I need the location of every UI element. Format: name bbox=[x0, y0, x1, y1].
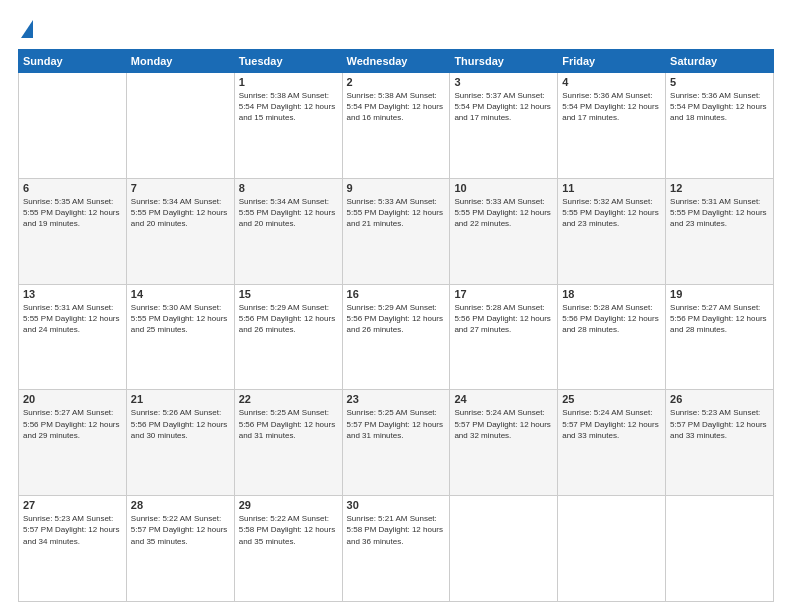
day-number: 9 bbox=[347, 182, 446, 194]
calendar-cell: 7Sunrise: 5:34 AM Sunset: 5:55 PM Daylig… bbox=[126, 178, 234, 284]
calendar-header-wednesday: Wednesday bbox=[342, 50, 450, 73]
day-info: Sunrise: 5:25 AM Sunset: 5:57 PM Dayligh… bbox=[347, 407, 446, 441]
day-number: 24 bbox=[454, 393, 553, 405]
day-number: 13 bbox=[23, 288, 122, 300]
day-number: 25 bbox=[562, 393, 661, 405]
day-info: Sunrise: 5:33 AM Sunset: 5:55 PM Dayligh… bbox=[347, 196, 446, 230]
calendar-cell: 16Sunrise: 5:29 AM Sunset: 5:56 PM Dayli… bbox=[342, 284, 450, 390]
calendar-cell: 28Sunrise: 5:22 AM Sunset: 5:57 PM Dayli… bbox=[126, 496, 234, 602]
calendar-cell: 25Sunrise: 5:24 AM Sunset: 5:57 PM Dayli… bbox=[558, 390, 666, 496]
day-info: Sunrise: 5:28 AM Sunset: 5:56 PM Dayligh… bbox=[562, 302, 661, 336]
calendar-cell: 1Sunrise: 5:38 AM Sunset: 5:54 PM Daylig… bbox=[234, 73, 342, 179]
calendar-cell: 20Sunrise: 5:27 AM Sunset: 5:56 PM Dayli… bbox=[19, 390, 127, 496]
calendar-cell: 4Sunrise: 5:36 AM Sunset: 5:54 PM Daylig… bbox=[558, 73, 666, 179]
header bbox=[18, 18, 774, 39]
day-info: Sunrise: 5:31 AM Sunset: 5:55 PM Dayligh… bbox=[670, 196, 769, 230]
calendar-cell: 5Sunrise: 5:36 AM Sunset: 5:54 PM Daylig… bbox=[666, 73, 774, 179]
calendar-cell: 22Sunrise: 5:25 AM Sunset: 5:56 PM Dayli… bbox=[234, 390, 342, 496]
day-number: 30 bbox=[347, 499, 446, 511]
day-info: Sunrise: 5:34 AM Sunset: 5:55 PM Dayligh… bbox=[239, 196, 338, 230]
day-number: 26 bbox=[670, 393, 769, 405]
day-info: Sunrise: 5:28 AM Sunset: 5:56 PM Dayligh… bbox=[454, 302, 553, 336]
calendar-cell bbox=[666, 496, 774, 602]
calendar-week-row: 1Sunrise: 5:38 AM Sunset: 5:54 PM Daylig… bbox=[19, 73, 774, 179]
calendar-cell: 24Sunrise: 5:24 AM Sunset: 5:57 PM Dayli… bbox=[450, 390, 558, 496]
day-number: 2 bbox=[347, 76, 446, 88]
day-info: Sunrise: 5:32 AM Sunset: 5:55 PM Dayligh… bbox=[562, 196, 661, 230]
day-info: Sunrise: 5:22 AM Sunset: 5:57 PM Dayligh… bbox=[131, 513, 230, 547]
day-number: 6 bbox=[23, 182, 122, 194]
day-info: Sunrise: 5:24 AM Sunset: 5:57 PM Dayligh… bbox=[454, 407, 553, 441]
day-number: 18 bbox=[562, 288, 661, 300]
calendar-header-row: SundayMondayTuesdayWednesdayThursdayFrid… bbox=[19, 50, 774, 73]
calendar-cell: 18Sunrise: 5:28 AM Sunset: 5:56 PM Dayli… bbox=[558, 284, 666, 390]
calendar-cell bbox=[19, 73, 127, 179]
day-info: Sunrise: 5:35 AM Sunset: 5:55 PM Dayligh… bbox=[23, 196, 122, 230]
calendar-table: SundayMondayTuesdayWednesdayThursdayFrid… bbox=[18, 49, 774, 602]
day-number: 29 bbox=[239, 499, 338, 511]
calendar-header-saturday: Saturday bbox=[666, 50, 774, 73]
day-number: 16 bbox=[347, 288, 446, 300]
calendar-week-row: 6Sunrise: 5:35 AM Sunset: 5:55 PM Daylig… bbox=[19, 178, 774, 284]
day-info: Sunrise: 5:22 AM Sunset: 5:58 PM Dayligh… bbox=[239, 513, 338, 547]
day-number: 11 bbox=[562, 182, 661, 194]
calendar-cell: 10Sunrise: 5:33 AM Sunset: 5:55 PM Dayli… bbox=[450, 178, 558, 284]
calendar-cell bbox=[558, 496, 666, 602]
calendar-header-friday: Friday bbox=[558, 50, 666, 73]
logo-triangle-icon bbox=[21, 20, 33, 38]
day-info: Sunrise: 5:29 AM Sunset: 5:56 PM Dayligh… bbox=[239, 302, 338, 336]
calendar-header-monday: Monday bbox=[126, 50, 234, 73]
day-number: 21 bbox=[131, 393, 230, 405]
day-number: 7 bbox=[131, 182, 230, 194]
calendar-cell: 23Sunrise: 5:25 AM Sunset: 5:57 PM Dayli… bbox=[342, 390, 450, 496]
calendar-week-row: 27Sunrise: 5:23 AM Sunset: 5:57 PM Dayli… bbox=[19, 496, 774, 602]
day-number: 1 bbox=[239, 76, 338, 88]
calendar-cell: 13Sunrise: 5:31 AM Sunset: 5:55 PM Dayli… bbox=[19, 284, 127, 390]
day-number: 19 bbox=[670, 288, 769, 300]
day-info: Sunrise: 5:26 AM Sunset: 5:56 PM Dayligh… bbox=[131, 407, 230, 441]
calendar-cell: 6Sunrise: 5:35 AM Sunset: 5:55 PM Daylig… bbox=[19, 178, 127, 284]
calendar-cell: 27Sunrise: 5:23 AM Sunset: 5:57 PM Dayli… bbox=[19, 496, 127, 602]
day-info: Sunrise: 5:33 AM Sunset: 5:55 PM Dayligh… bbox=[454, 196, 553, 230]
day-info: Sunrise: 5:34 AM Sunset: 5:55 PM Dayligh… bbox=[131, 196, 230, 230]
day-number: 17 bbox=[454, 288, 553, 300]
day-number: 28 bbox=[131, 499, 230, 511]
calendar-cell: 15Sunrise: 5:29 AM Sunset: 5:56 PM Dayli… bbox=[234, 284, 342, 390]
calendar-week-row: 20Sunrise: 5:27 AM Sunset: 5:56 PM Dayli… bbox=[19, 390, 774, 496]
day-number: 15 bbox=[239, 288, 338, 300]
calendar-cell: 2Sunrise: 5:38 AM Sunset: 5:54 PM Daylig… bbox=[342, 73, 450, 179]
day-number: 8 bbox=[239, 182, 338, 194]
day-number: 3 bbox=[454, 76, 553, 88]
day-info: Sunrise: 5:27 AM Sunset: 5:56 PM Dayligh… bbox=[23, 407, 122, 441]
day-info: Sunrise: 5:36 AM Sunset: 5:54 PM Dayligh… bbox=[670, 90, 769, 124]
calendar-cell: 14Sunrise: 5:30 AM Sunset: 5:55 PM Dayli… bbox=[126, 284, 234, 390]
day-number: 5 bbox=[670, 76, 769, 88]
page: SundayMondayTuesdayWednesdayThursdayFrid… bbox=[0, 0, 792, 612]
calendar-header-thursday: Thursday bbox=[450, 50, 558, 73]
day-number: 12 bbox=[670, 182, 769, 194]
day-info: Sunrise: 5:29 AM Sunset: 5:56 PM Dayligh… bbox=[347, 302, 446, 336]
calendar-cell: 26Sunrise: 5:23 AM Sunset: 5:57 PM Dayli… bbox=[666, 390, 774, 496]
day-number: 14 bbox=[131, 288, 230, 300]
calendar-cell: 12Sunrise: 5:31 AM Sunset: 5:55 PM Dayli… bbox=[666, 178, 774, 284]
calendar-cell bbox=[126, 73, 234, 179]
day-info: Sunrise: 5:27 AM Sunset: 5:56 PM Dayligh… bbox=[670, 302, 769, 336]
day-number: 22 bbox=[239, 393, 338, 405]
day-info: Sunrise: 5:24 AM Sunset: 5:57 PM Dayligh… bbox=[562, 407, 661, 441]
calendar-week-row: 13Sunrise: 5:31 AM Sunset: 5:55 PM Dayli… bbox=[19, 284, 774, 390]
day-info: Sunrise: 5:36 AM Sunset: 5:54 PM Dayligh… bbox=[562, 90, 661, 124]
calendar-cell: 21Sunrise: 5:26 AM Sunset: 5:56 PM Dayli… bbox=[126, 390, 234, 496]
calendar-cell: 9Sunrise: 5:33 AM Sunset: 5:55 PM Daylig… bbox=[342, 178, 450, 284]
calendar-cell bbox=[450, 496, 558, 602]
day-number: 10 bbox=[454, 182, 553, 194]
day-info: Sunrise: 5:23 AM Sunset: 5:57 PM Dayligh… bbox=[670, 407, 769, 441]
day-number: 20 bbox=[23, 393, 122, 405]
day-info: Sunrise: 5:37 AM Sunset: 5:54 PM Dayligh… bbox=[454, 90, 553, 124]
day-info: Sunrise: 5:30 AM Sunset: 5:55 PM Dayligh… bbox=[131, 302, 230, 336]
calendar-cell: 29Sunrise: 5:22 AM Sunset: 5:58 PM Dayli… bbox=[234, 496, 342, 602]
day-info: Sunrise: 5:23 AM Sunset: 5:57 PM Dayligh… bbox=[23, 513, 122, 547]
calendar-cell: 17Sunrise: 5:28 AM Sunset: 5:56 PM Dayli… bbox=[450, 284, 558, 390]
calendar-cell: 8Sunrise: 5:34 AM Sunset: 5:55 PM Daylig… bbox=[234, 178, 342, 284]
day-info: Sunrise: 5:38 AM Sunset: 5:54 PM Dayligh… bbox=[239, 90, 338, 124]
calendar-cell: 19Sunrise: 5:27 AM Sunset: 5:56 PM Dayli… bbox=[666, 284, 774, 390]
